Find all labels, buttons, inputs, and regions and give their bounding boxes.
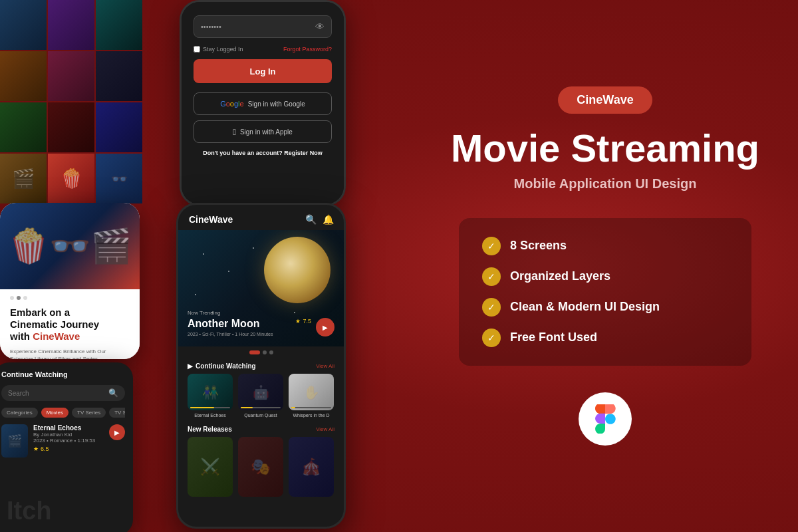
continue-watching-title: Continue Watching — [1, 370, 125, 378]
collage-cell-8 — [48, 102, 94, 152]
now-trending-label: Now Trending — [188, 310, 334, 316]
category-movies[interactable]: Movies — [41, 408, 68, 418]
continue-watching-row: 👫 Eternal Echoes 🤖 Quantum Quest ✋ — [178, 374, 344, 418]
new-releases-row: ⚔️ 🎭 🎪 — [178, 437, 344, 497]
collage-cell-7 — [0, 102, 47, 152]
continue-watching-header: ▶ Continue Watching View All — [178, 358, 344, 374]
app-header: CineWave 🔍 🔔 — [178, 205, 344, 230]
search-bar[interactable]: 🔍 — [1, 385, 125, 401]
welcome-title: Embark on a Cinematic Journey with CineW… — [10, 307, 130, 342]
movie-rating: 6.5 — [41, 446, 49, 452]
category-all[interactable]: Categories — [1, 408, 38, 418]
play-button-small[interactable]: ▶ — [109, 424, 125, 440]
apple-signin-button[interactable]:  Sign in with Apple — [194, 120, 332, 143]
movie-author: By Jonathan Kid — [33, 432, 104, 438]
new-movie-img-2: 🎭 — [238, 437, 283, 497]
welcome-description: Experience Cinematic Brilliance with Our… — [10, 348, 130, 359]
movie-placeholder-eternal: 👫 — [202, 384, 219, 400]
password-input[interactable] — [201, 23, 315, 31]
google-icon: Google — [220, 100, 244, 108]
login-button[interactable]: Log In — [194, 59, 332, 83]
figma-logo-svg — [591, 404, 620, 434]
category-tv-series[interactable]: TV Series — [72, 408, 106, 418]
hero-movie-title: Another Moon — [188, 318, 273, 330]
google-signin-button[interactable]: Google Sign in with Google — [194, 92, 332, 115]
apple-button-label: Sign in with Apple — [240, 128, 293, 136]
star-icon: ★ — [33, 446, 39, 452]
view-all-new[interactable]: View All — [316, 426, 334, 432]
star-1 — [203, 253, 204, 255]
welcome-hero-image: 🍿👓🎬 — [8, 227, 132, 265]
phone-signin: 👁 Stay Logged In Forgot Password? Log In… — [180, 0, 346, 206]
movie-img-whispers: ✋ — [289, 374, 334, 410]
movie-label-whispers: Whispers in the D — [289, 413, 334, 418]
hero-play-button[interactable]: ▶ — [316, 318, 334, 336]
movie-label-quantum: Quantum Quest — [238, 413, 283, 418]
stay-logged-option: Stay Logged In — [194, 46, 243, 53]
movie-img-eternal: 👫 — [188, 374, 233, 410]
eye-icon: 👁 — [315, 21, 325, 32]
hero-dot-2 — [263, 350, 267, 354]
collage-cell-12: 👓 — [96, 154, 142, 203]
google-button-label: Sign in with Google — [248, 100, 305, 108]
new-movie-2: 🎭 — [238, 437, 283, 497]
main-title: Movie Streaming — [451, 127, 759, 170]
dot-3 — [23, 296, 27, 300]
movie-card-whispers: ✋ Whispers in the D — [289, 374, 334, 418]
password-field-group: 👁 — [194, 15, 332, 38]
collage-cell-4 — [0, 51, 47, 101]
star-2 — [228, 271, 229, 272]
view-all-continue[interactable]: View All — [316, 363, 334, 369]
dot-1 — [10, 296, 14, 300]
hero-banner: Now Trending Another Moon 2023 • Sci-Fi,… — [178, 230, 344, 346]
feature-label-4: Free Font Used — [510, 331, 597, 344]
hero-moon-image — [264, 237, 331, 303]
movie-meta: 2023 • Romance • 1:19:53 — [33, 438, 104, 444]
phone-welcome: 🍿👓🎬 Embark on a Cinematic Journey with C… — [0, 203, 140, 359]
hero-dot-1 — [249, 350, 260, 354]
search-icon[interactable]: 🔍 — [305, 214, 316, 225]
check-icon-3: ✓ — [482, 298, 501, 317]
app-header-icons: 🔍 🔔 — [305, 214, 333, 225]
hero-dot-3 — [269, 350, 273, 354]
feature-label-1: 8 Screens — [510, 239, 567, 253]
featured-movie-card: 🎬 Eternal Echoes By Jonathan Kid 2023 • … — [1, 424, 125, 458]
movie-placeholder-whispers: ✋ — [303, 384, 320, 400]
forgot-password-link[interactable]: Forgot Password? — [283, 46, 332, 53]
collage-cell-3 — [96, 0, 142, 50]
category-tv-show[interactable]: TV Sh... — [109, 408, 125, 418]
play-icon-small: ▶ — [188, 362, 193, 370]
movie-label-eternal: Eternal Echoes — [188, 413, 233, 418]
feature-item-4: ✓ Free Font Used — [482, 329, 728, 347]
sub-title: Mobile Application UI Design — [514, 176, 697, 192]
collage-cell-1 — [0, 0, 47, 50]
star-4 — [253, 247, 254, 249]
movie-title: Eternal Echoes — [33, 424, 104, 432]
star-icon-hero: ★ — [295, 318, 301, 325]
phone-main: CineWave 🔍 🔔 Now Trending — [176, 203, 346, 529]
onboarding-dots — [10, 296, 130, 300]
new-movie-img-3: 🎪 — [289, 437, 334, 497]
notification-icon[interactable]: 🔔 — [323, 214, 333, 225]
movie-collage: 🎬 🍿 👓 — [0, 0, 140, 200]
search-input[interactable] — [8, 390, 104, 397]
features-box: ✓ 8 Screens ✓ Organized Layers ✓ Clean &… — [459, 218, 751, 366]
stay-logged-checkbox[interactable] — [194, 46, 200, 53]
stay-logged-label: Stay Logged In — [203, 46, 243, 53]
check-icon-4: ✓ — [482, 329, 501, 347]
star-3 — [195, 294, 196, 295]
right-section: CineWave Movie Streaming Mobile Applicat… — [412, 0, 798, 532]
app-logo: CineWave — [189, 214, 233, 225]
new-movie-3: 🎪 — [289, 437, 334, 497]
signin-options: Stay Logged In Forgot Password? — [194, 46, 332, 53]
apple-icon:  — [233, 127, 236, 137]
figma-logo-circle — [579, 392, 632, 446]
hero-dots — [178, 346, 344, 358]
collage-cell-11: 🍿 — [48, 154, 94, 203]
register-prompt: Don't you have an account? Register Now — [194, 150, 332, 156]
collage-cell-9 — [96, 102, 142, 152]
continue-watching-section-title: ▶ Continue Watching — [188, 362, 256, 370]
feature-item-3: ✓ Clean & Modern UI Design — [482, 298, 728, 317]
movie-card-quantum: 🤖 Quantum Quest — [238, 374, 283, 418]
feature-item-2: ✓ Organized Layers — [482, 267, 728, 286]
